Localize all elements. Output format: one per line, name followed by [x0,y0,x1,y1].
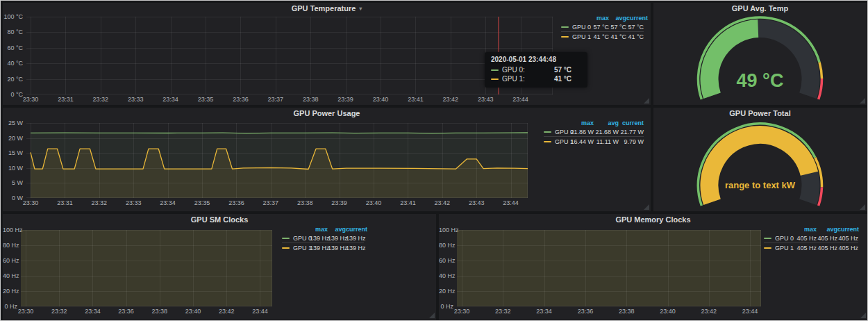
legend-header-current[interactable]: current [619,120,644,126]
resize-handle[interactable] [644,204,649,210]
legend-header-avg[interactable]: avg [328,226,346,233]
legend-row: GPU 021.86 W21.68 W21.77 W [544,127,644,137]
legend-header-current[interactable]: current [626,15,644,22]
y-axis-label: 40 Hz [3,272,17,279]
legend-stat-value: 41 °C [592,33,609,40]
series-color-dash [764,247,771,249]
x-axis-label: 23:32 [491,308,515,315]
legend-header-max[interactable]: max [569,120,594,126]
x-axis-label: 23:41 [396,199,419,206]
legend-header-max[interactable]: max [592,15,609,22]
legend-header-avg[interactable]: avg [817,226,837,233]
x-axis-label: 23:33 [122,199,145,206]
panel-title-gpu-power-usage[interactable]: GPU Power Usage [3,108,651,120]
legend-series-name[interactable]: GPU 0 [561,24,592,31]
resize-handle[interactable] [860,313,866,318]
legend-stat-value: 139 Hz [328,235,346,242]
y-axis-label: 25 W [3,120,23,126]
resize-handle[interactable] [860,204,865,210]
legend-series-name[interactable]: GPU 0 [282,235,310,242]
legend-header-avg[interactable]: avg [609,15,626,22]
legend-stat-value: 21.77 W [619,129,644,135]
legend-stat-value: 405 Hz [837,245,858,252]
plot-area[interactable] [21,230,272,306]
x-axis-label: 23:35 [190,199,214,206]
x-axis-label: 23:44 [499,199,523,206]
tooltip-series-name: GPU 1: [502,75,525,83]
legend-row: GPU 1405 Hz405 Hz405 Hz [764,243,858,252]
x-axis-label: 23:30 [450,308,474,315]
legend-stat-value: 405 Hz [796,235,817,242]
x-axis-label: 23:35 [194,96,217,103]
legend-row: GPU 141 °C41 °C41 °C [561,32,644,41]
plot-area[interactable] [457,230,761,306]
panel-title-gpu-power-total[interactable]: GPU Power Total [653,108,867,120]
x-axis-label: 23:38 [293,199,317,206]
x-axis-label: 23:34 [159,96,183,103]
series-color-dash [561,26,569,28]
legend-stat-value: 139 Hz [346,245,364,252]
y-axis-label: 60 °C [3,44,23,51]
legend-stat-value: 405 Hz [817,245,837,252]
series-color-dash [491,69,499,71]
gauge-value-text: range to text kW [653,180,867,190]
legend-series-name[interactable]: GPU 1 [764,245,796,252]
panel-title-text: GPU Power Total [729,109,790,117]
legend-stat-value: 139 Hz [310,245,328,252]
panel-title-gpu-temperature[interactable]: GPU Temperature▾ [3,3,651,15]
y-axis-label: 80 °C [3,28,23,35]
plot-area[interactable] [26,17,553,94]
legend-series-name[interactable]: GPU 1 [282,245,310,252]
x-axis-label: 23:38 [148,308,172,315]
series-color-dash [282,238,290,239]
x-axis-label: 23:44 [738,308,762,315]
x-axis-label: 23:34 [533,308,556,315]
legend-stat-value: 139 Hz [346,235,364,242]
panel-gpu-power-total: GPU Power Total range to text kW [653,108,867,211]
gauge-canvas [653,108,867,211]
resize-handle[interactable] [644,98,649,104]
legend-header-avg[interactable]: avg [594,120,619,126]
x-axis-label: 23:36 [574,308,597,315]
legend-header-max[interactable]: max [310,226,328,233]
x-axis-label: 23:31 [53,199,76,206]
series-color-dash [544,131,551,133]
chart-canvas [457,230,761,306]
panel-gpu-memory-clocks: GPU Memory Clocks 100 Hz80 Hz60 Hz40 Hz2… [439,214,867,320]
panel-title-gpu-memory-clocks[interactable]: GPU Memory Clocks [439,214,867,226]
legend-stat-value: 9.79 W [619,138,644,145]
chart-canvas [21,230,272,306]
legend-series-name[interactable]: GPU 1 [561,33,592,40]
x-axis-label: 23:37 [264,96,287,103]
tooltip-series-value: 41 °C [554,75,571,83]
resize-handle[interactable] [429,313,435,318]
legend-header-current[interactable]: current [346,226,364,233]
resize-handle[interactable] [860,98,865,104]
legend-header-max[interactable]: max [796,226,817,233]
tooltip-series-value: 57 °C [554,66,571,74]
x-axis-label: 23:40 [369,96,392,103]
y-axis-label: 20 Hz [439,288,453,295]
panel-gpu-sm-clocks: GPU SM Clocks 100 Hz80 Hz60 Hz40 Hz20 Hz… [3,214,436,320]
legend-stat-value: 405 Hz [796,245,817,252]
x-axis-label: 23:36 [224,199,248,206]
legend-table: maxavgcurrentGPU 0405 Hz405 Hz405 HzGPU … [764,224,858,252]
panel-title-gpu-avg-temp[interactable]: GPU Avg. Temp [653,3,867,15]
y-axis-label: 40 Hz [439,272,453,279]
x-axis-label: 23:43 [474,96,497,103]
x-axis-label: 23:39 [334,96,358,103]
legend-header-current[interactable]: current [837,226,858,233]
y-axis-label: 100 Hz [3,227,17,233]
series-color-dash [544,141,551,142]
chevron-down-icon[interactable]: ▾ [359,6,362,12]
legend-row: GPU 0405 Hz405 Hz405 Hz [764,233,858,243]
panel-title-gpu-sm-clocks[interactable]: GPU SM Clocks [3,214,436,226]
plot-area[interactable] [26,123,528,198]
panel-gpu-power-usage: GPU Power Usage 25 W20 W15 W10 W5 W0 W23… [3,108,651,211]
legend-series-name[interactable]: GPU 0 [764,235,796,242]
legend-series-name[interactable]: GPU 0 [544,129,569,135]
legend-stat-value: 405 Hz [837,235,858,242]
y-axis-label: 20 °C [3,76,23,83]
legend-stat-value: 21.86 W [569,129,594,135]
legend-series-name[interactable]: GPU 1 [544,138,569,145]
